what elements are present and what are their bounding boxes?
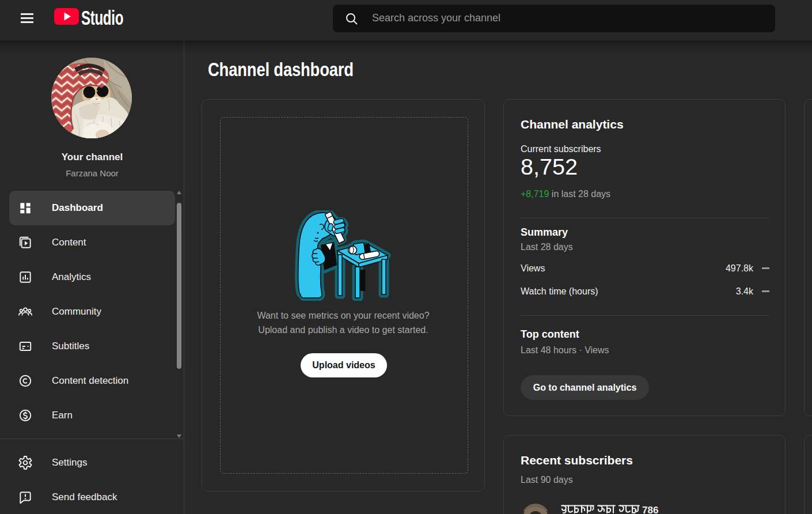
svg-text:786: 786 (642, 505, 658, 514)
